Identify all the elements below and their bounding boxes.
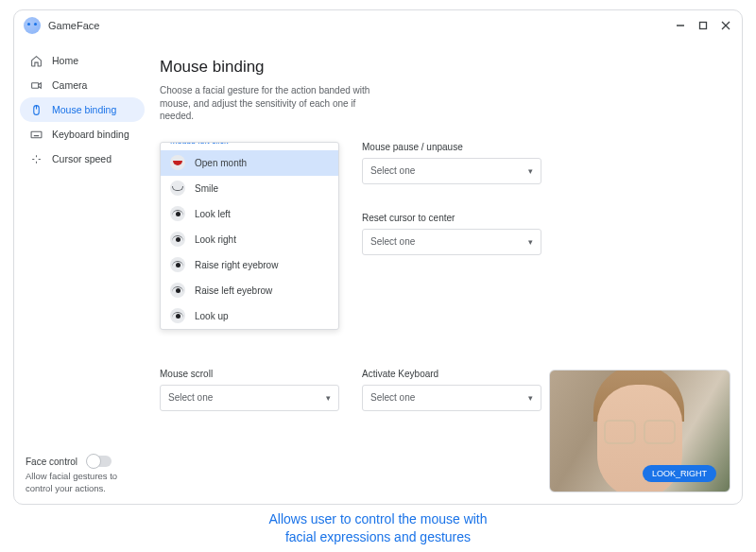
dropdown-floating-label: Mouse left click * bbox=[166, 142, 238, 146]
sidebar-item-mouse-binding[interactable]: Mouse binding bbox=[20, 97, 145, 122]
sidebar-item-label: Keyboard binding bbox=[52, 129, 129, 140]
field-mouse-pause: Mouse pause / unpause Select one ▾ bbox=[362, 142, 541, 184]
page-title: Mouse binding bbox=[160, 58, 721, 77]
dropdown-option-raise-left-eyebrow[interactable]: Raise left eyebrow bbox=[161, 278, 338, 303]
maximize-button[interactable] bbox=[696, 19, 710, 32]
field-activate-keyboard: Activate Keyboard Select one ▾ bbox=[362, 369, 541, 411]
minimize-icon bbox=[676, 21, 685, 30]
select-value: Select one bbox=[168, 392, 213, 403]
sidebar-item-label: Home bbox=[52, 55, 78, 66]
face-control-toggle[interactable] bbox=[87, 456, 112, 467]
mouse-pause-select[interactable]: Select one ▾ bbox=[362, 158, 541, 184]
caption-line1: Allows user to control the mouse with bbox=[0, 510, 756, 528]
face-control-section: Face control Allow facial gestures to co… bbox=[20, 456, 145, 494]
field-label: Mouse pause / unpause bbox=[362, 142, 541, 152]
chevron-down-icon: ▾ bbox=[528, 166, 533, 176]
select-value: Select one bbox=[370, 165, 415, 176]
camera-icon bbox=[29, 78, 43, 92]
field-label: Reset cursor to center bbox=[362, 213, 541, 223]
open-mouth-icon bbox=[170, 155, 185, 170]
minimize-button[interactable] bbox=[674, 19, 687, 32]
detected-gesture-badge: LOOK_RIGHT bbox=[643, 465, 716, 482]
gesture-dropdown: Mouse left click * Open month Smile bbox=[160, 142, 339, 330]
field-label: Activate Keyboard bbox=[362, 369, 541, 379]
dropdown-option-label: Look up bbox=[195, 311, 229, 321]
sidebar-item-label: Cursor speed bbox=[52, 153, 112, 164]
chevron-down-icon: ▾ bbox=[528, 237, 533, 247]
field-mouse-scroll: Mouse scroll Select one ▾ bbox=[160, 369, 339, 411]
caption-line2: facial expressions and gestures bbox=[0, 528, 756, 546]
page-description: Choose a facial gesture for the action b… bbox=[160, 84, 377, 123]
window-controls bbox=[674, 19, 732, 32]
caption: Allows user to control the mouse with fa… bbox=[0, 510, 756, 546]
dropdown-option-label: Raise left eyebrow bbox=[195, 285, 272, 296]
dropdown-option-open-mouth[interactable]: Open month bbox=[161, 150, 338, 176]
titlebar: GameFace bbox=[14, 10, 742, 41]
dropdown-option-look-right[interactable]: Look right bbox=[161, 227, 338, 252]
look-up-icon bbox=[170, 308, 185, 323]
sidebar-item-cursor-speed[interactable]: Cursor speed bbox=[20, 147, 145, 171]
sidebar-item-home[interactable]: Home bbox=[20, 48, 145, 73]
close-button[interactable] bbox=[719, 19, 732, 32]
dropdown-option-label: Smile bbox=[195, 183, 218, 194]
dropdown-option-look-left[interactable]: Look left bbox=[161, 201, 338, 227]
select-value: Select one bbox=[370, 236, 415, 247]
field-reset-cursor: Reset cursor to center Select one ▾ bbox=[362, 213, 541, 255]
smile-icon bbox=[170, 181, 185, 196]
camera-glasses-shape bbox=[602, 420, 678, 439]
app-window: GameFace Home bbox=[13, 9, 743, 505]
cursor-speed-icon bbox=[29, 152, 43, 165]
sidebar-item-label: Camera bbox=[52, 79, 87, 91]
face-control-label: Face control bbox=[26, 457, 77, 467]
main-content: Mouse binding Choose a facial gesture fo… bbox=[150, 41, 742, 504]
look-left-icon bbox=[170, 206, 185, 221]
look-right-icon bbox=[170, 232, 185, 247]
raise-right-eyebrow-icon bbox=[170, 257, 185, 272]
mouse-scroll-select[interactable]: Select one ▾ bbox=[160, 385, 339, 411]
app-logo-icon bbox=[24, 17, 41, 34]
svg-rect-4 bbox=[31, 82, 38, 87]
field-mouse-left-click: Mouse left click * Open month Smile bbox=[160, 142, 339, 184]
face-control-description: Allow facial gestures to control your ac… bbox=[26, 471, 139, 494]
dropdown-option-label: Raise right eyebrow bbox=[195, 260, 278, 270]
dropdown-option-look-up[interactable]: Look up bbox=[161, 303, 338, 329]
mouse-icon bbox=[29, 103, 43, 116]
select-value: Select one bbox=[370, 392, 415, 403]
maximize-icon bbox=[698, 21, 708, 30]
activate-keyboard-select[interactable]: Select one ▾ bbox=[362, 385, 541, 411]
field-label: Mouse scroll bbox=[160, 369, 339, 379]
chevron-down-icon: ▾ bbox=[528, 393, 533, 403]
body: Home Camera Mouse binding Keyboard bindi… bbox=[14, 41, 742, 504]
dropdown-option-label: Open month bbox=[195, 158, 247, 168]
app-title: GameFace bbox=[48, 20, 99, 31]
svg-rect-1 bbox=[700, 23, 707, 29]
close-icon bbox=[721, 21, 730, 30]
sidebar-item-label: Mouse binding bbox=[52, 104, 116, 115]
sidebar-item-camera[interactable]: Camera bbox=[20, 73, 145, 97]
dropdown-option-label: Look right bbox=[195, 234, 236, 245]
reset-cursor-select[interactable]: Select one ▾ bbox=[362, 229, 541, 255]
sidebar-item-keyboard-binding[interactable]: Keyboard binding bbox=[20, 122, 145, 147]
camera-preview: LOOK_RIGHT bbox=[549, 370, 730, 492]
raise-left-eyebrow-icon bbox=[170, 283, 185, 298]
dropdown-option-label: Look left bbox=[195, 209, 231, 219]
chevron-down-icon: ▾ bbox=[326, 393, 331, 403]
sidebar: Home Camera Mouse binding Keyboard bindi… bbox=[14, 41, 150, 504]
dropdown-option-raise-right-eyebrow[interactable]: Raise right eyebrow bbox=[161, 252, 338, 278]
keyboard-icon bbox=[29, 128, 43, 141]
home-icon bbox=[29, 54, 43, 67]
svg-rect-7 bbox=[31, 131, 42, 138]
dropdown-option-smile[interactable]: Smile bbox=[161, 176, 338, 201]
